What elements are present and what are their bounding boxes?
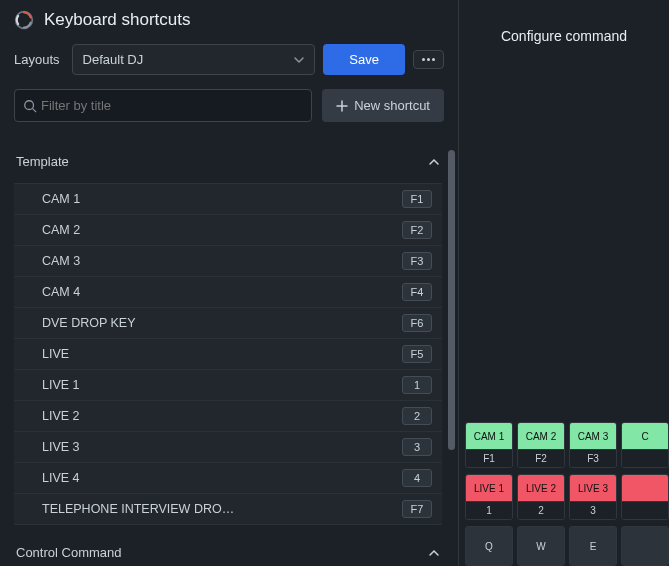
shortcut-row[interactable]: LIVE 11 [14, 369, 442, 400]
shortcut-row[interactable]: LIVE 22 [14, 400, 442, 431]
keyboard-key-binding [622, 501, 668, 519]
shortcut-row[interactable]: LIVE 33 [14, 431, 442, 462]
keyboard-key-label: LIVE 1 [466, 475, 512, 501]
section-title: Template [16, 154, 69, 169]
keyboard-key[interactable]: W [517, 526, 565, 566]
keyboard-key-binding: 2 [518, 501, 564, 519]
shortcut-row[interactable]: TELEPHONE INTERVIEW DRO…F7 [14, 493, 442, 525]
shortcut-row[interactable]: CAM 3F3 [14, 245, 442, 276]
shortcut-keys: F5 [402, 345, 432, 363]
shortcut-name: CAM 1 [42, 192, 80, 206]
shortcut-row[interactable]: CAM 4F4 [14, 276, 442, 307]
shortcut-name: LIVE 2 [42, 409, 80, 423]
section-header-control[interactable]: Control Command [14, 539, 442, 566]
chevron-down-icon [293, 54, 305, 66]
shortcut-name: LIVE [42, 347, 69, 361]
search-field-wrap[interactable] [14, 89, 312, 122]
keyboard-key-binding [622, 449, 668, 467]
layout-select[interactable]: Default DJ [72, 44, 316, 75]
shortcut-keys: F2 [402, 221, 432, 239]
key-badge: F2 [402, 221, 432, 239]
keyboard-key[interactable]: CAM 1F1 [465, 422, 513, 468]
shortcut-name: LIVE 1 [42, 378, 80, 392]
more-options-button[interactable] [413, 50, 444, 69]
key-badge: 2 [402, 407, 432, 425]
key-badge: 1 [402, 376, 432, 394]
shortcut-name: LIVE 4 [42, 471, 80, 485]
keyboard-key-label: C [622, 423, 668, 449]
shortcut-row[interactable]: CAM 2F2 [14, 214, 442, 245]
shortcut-keys: F1 [402, 190, 432, 208]
key-badge: F7 [402, 500, 432, 518]
shortcut-row[interactable]: DVE DROP KEYF6 [14, 307, 442, 338]
keyboard-key-label: CAM 3 [570, 423, 616, 449]
shortcut-keys: F7 [402, 500, 432, 518]
keyboard-key-binding: 3 [570, 501, 616, 519]
keyboard-key[interactable]: LIVE 33 [569, 474, 617, 520]
shortcut-keys: 3 [402, 438, 432, 456]
plus-icon [336, 100, 348, 112]
keyboard-key[interactable]: LIVE 11 [465, 474, 513, 520]
shortcut-keys: 2 [402, 407, 432, 425]
shortcut-keys: F4 [402, 283, 432, 301]
keyboard-key[interactable] [621, 526, 669, 566]
shortcut-row[interactable]: LIVEF5 [14, 338, 442, 369]
keyboard-key-label: CAM 1 [466, 423, 512, 449]
new-shortcut-button[interactable]: New shortcut [322, 89, 444, 122]
shortcut-name: CAM 2 [42, 223, 80, 237]
shortcut-keys: F6 [402, 314, 432, 332]
keyboard-key[interactable]: C [621, 422, 669, 468]
keyboard-key-binding: F2 [518, 449, 564, 467]
key-badge: 4 [402, 469, 432, 487]
section-title: Control Command [16, 545, 122, 560]
scrollbar-thumb[interactable] [448, 150, 455, 450]
shortcut-name: DVE DROP KEY [42, 316, 136, 330]
keyboard-key-binding: F3 [570, 449, 616, 467]
keyboard-key[interactable]: LIVE 22 [517, 474, 565, 520]
chevron-up-icon [428, 156, 440, 168]
keyboard-key[interactable] [621, 474, 669, 520]
titlebar: Keyboard shortcuts [0, 0, 458, 44]
svg-line-2 [33, 108, 37, 112]
keyboard-key[interactable]: CAM 3F3 [569, 422, 617, 468]
filter-input[interactable] [37, 90, 303, 121]
keyboard-key[interactable]: Q [465, 526, 513, 566]
key-badge: F4 [402, 283, 432, 301]
section-header-template[interactable]: Template [14, 148, 442, 175]
keyboard-key[interactable]: E [569, 526, 617, 566]
key-badge: F3 [402, 252, 432, 270]
shortcut-name: LIVE 3 [42, 440, 80, 454]
keyboard-key-label: CAM 2 [518, 423, 564, 449]
app-logo-icon [14, 10, 34, 30]
configure-command-title: Configure command [459, 0, 669, 64]
layout-selected-value: Default DJ [83, 52, 144, 67]
key-badge: F1 [402, 190, 432, 208]
shortcut-row[interactable]: CAM 1F1 [14, 183, 442, 214]
keyboard-key-label: LIVE 3 [570, 475, 616, 501]
shortcut-keys: 1 [402, 376, 432, 394]
shortcut-keys: 4 [402, 469, 432, 487]
key-badge: F6 [402, 314, 432, 332]
shortcut-name: TELEPHONE INTERVIEW DRO… [42, 502, 234, 516]
shortcut-row[interactable]: LIVE 44 [14, 462, 442, 493]
layouts-label: Layouts [14, 52, 60, 67]
shortcut-name: CAM 3 [42, 254, 80, 268]
keyboard-preview: CAM 1F1CAM 2F2CAM 3F3C LIVE 11LIVE 22LIV… [459, 422, 669, 566]
keyboard-key-label [622, 475, 668, 501]
keyboard-key-binding: 1 [466, 501, 512, 519]
chevron-up-icon [428, 547, 440, 559]
new-shortcut-label: New shortcut [354, 98, 430, 113]
search-icon [23, 99, 37, 113]
key-badge: 3 [402, 438, 432, 456]
keyboard-key-binding: F1 [466, 449, 512, 467]
shortcut-keys: F3 [402, 252, 432, 270]
shortcut-name: CAM 4 [42, 285, 80, 299]
keyboard-key-label: LIVE 2 [518, 475, 564, 501]
save-button[interactable]: Save [323, 44, 405, 75]
key-badge: F5 [402, 345, 432, 363]
page-title: Keyboard shortcuts [44, 10, 190, 30]
keyboard-key[interactable]: CAM 2F2 [517, 422, 565, 468]
svg-point-1 [25, 100, 34, 109]
